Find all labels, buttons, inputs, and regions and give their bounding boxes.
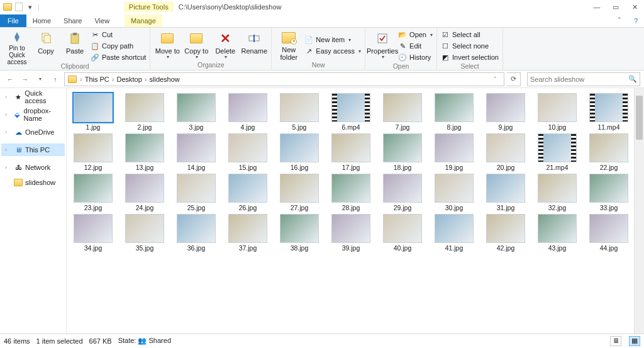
chevron-right-icon[interactable]: › — [145, 76, 147, 83]
view-tab[interactable]: View — [88, 14, 116, 27]
copy-to-button[interactable]: Copy to▾ — [183, 30, 209, 61]
file-item[interactable]: 35.jpg — [123, 214, 166, 252]
file-item[interactable]: 37.jpg — [226, 214, 269, 252]
history-button[interactable]: 🕘History — [398, 52, 433, 62]
nav-quick-access[interactable]: ›★Quick access — [1, 91, 65, 103]
file-item[interactable]: 8.jpg — [433, 93, 475, 131]
select-none-button[interactable]: ☐Select none — [441, 41, 499, 51]
file-item[interactable]: 36.jpg — [175, 214, 218, 252]
close-button[interactable]: ✕ — [625, 0, 644, 14]
file-item[interactable]: 22.jpg — [587, 133, 630, 171]
scrollbar-thumb[interactable] — [636, 96, 643, 140]
up-button[interactable]: ↑ — [49, 73, 62, 86]
file-item[interactable]: 38.jpg — [278, 214, 321, 252]
easy-access-button[interactable]: ↗Easy access▾ — [304, 46, 361, 56]
share-tab[interactable]: Share — [57, 14, 88, 27]
select-all-button[interactable]: ☑Select all — [441, 30, 499, 40]
file-item[interactable]: 42.jpg — [484, 214, 527, 252]
breadcrumb-this-pc[interactable]: This PC — [85, 76, 109, 83]
file-item[interactable]: 18.jpg — [381, 133, 424, 171]
ribbon-collapse-icon[interactable]: ˄ — [611, 14, 628, 27]
file-item[interactable]: 30.jpg — [433, 174, 475, 211]
file-item[interactable]: 6.mp4 — [330, 93, 372, 131]
file-item[interactable]: 39.jpg — [330, 214, 372, 252]
file-item[interactable]: 26.jpg — [226, 174, 269, 211]
properties-button[interactable]: Properties▾ — [369, 30, 396, 61]
file-item[interactable]: 10.jpg — [536, 93, 579, 131]
nav-network[interactable]: ›🖧Network — [1, 161, 65, 174]
file-item[interactable]: 34.jpg — [72, 214, 114, 252]
thumbnails-view-button[interactable]: ▦ — [629, 336, 640, 346]
file-item[interactable]: 27.jpg — [278, 174, 321, 211]
file-item[interactable]: 2.jpg — [123, 93, 166, 131]
file-item[interactable]: 4.jpg — [226, 93, 269, 131]
nav-slideshow[interactable]: slideshow — [1, 176, 65, 189]
file-item[interactable]: 33.jpg — [587, 174, 630, 211]
file-item[interactable]: 43.jpg — [536, 214, 579, 252]
file-item[interactable]: 31.jpg — [484, 174, 527, 211]
chevron-right-icon[interactable]: › — [112, 76, 114, 83]
search-input[interactable]: 🔍 — [527, 72, 640, 86]
help-icon[interactable]: ? — [628, 14, 644, 27]
paste-button[interactable]: Paste — [62, 30, 88, 61]
file-item[interactable]: 23.jpg — [72, 174, 114, 211]
maximize-button[interactable]: ▭ — [606, 0, 625, 14]
document-icon[interactable] — [15, 3, 23, 11]
details-view-button[interactable]: ≣ — [610, 336, 621, 346]
file-grid[interactable]: 1.jpg2.jpg3.jpg4.jpg5.jpg6.mp47.jpg8.jpg… — [67, 88, 634, 334]
file-item[interactable]: 41.jpg — [433, 214, 475, 252]
file-item[interactable]: 20.jpg — [484, 133, 527, 171]
file-item[interactable]: 32.jpg — [536, 174, 579, 211]
file-item[interactable]: 11.mp4 — [587, 93, 630, 131]
file-tab[interactable]: File — [0, 14, 26, 27]
file-item[interactable]: 40.jpg — [381, 214, 424, 252]
chevron-right-icon[interactable]: › — [80, 76, 82, 83]
file-item[interactable]: 25.jpg — [175, 174, 218, 211]
file-item[interactable]: 17.jpg — [330, 133, 372, 171]
file-item[interactable]: 13.jpg — [123, 133, 166, 171]
nav-this-pc[interactable]: ›🖥This PC — [1, 143, 65, 156]
refresh-button[interactable]: ⟳ — [507, 72, 521, 86]
file-item[interactable]: 12.jpg — [72, 133, 114, 171]
edit-button[interactable]: ✎Edit — [398, 41, 433, 51]
search-field[interactable] — [530, 76, 628, 83]
cut-button[interactable]: ✂Cut — [91, 30, 146, 40]
file-item[interactable]: 9.jpg — [484, 93, 527, 131]
breadcrumb-current[interactable]: slideshow — [150, 76, 180, 83]
file-item[interactable]: 28.jpg — [330, 174, 372, 211]
minimize-button[interactable]: — — [587, 0, 606, 14]
file-item[interactable]: 5.jpg — [278, 93, 321, 131]
qat-dropdown-icon[interactable]: ▾ — [25, 2, 35, 12]
file-item[interactable]: 44.jpg — [587, 214, 630, 252]
invert-selection-button[interactable]: ◩Invert selection — [441, 52, 499, 62]
move-to-button[interactable]: Move to▾ — [154, 30, 180, 61]
delete-button[interactable]: ✕Delete▾ — [212, 30, 238, 61]
manage-tab[interactable]: Manage — [125, 14, 162, 27]
open-button[interactable]: 📂Open▾ — [398, 30, 433, 40]
file-item[interactable]: 24.jpg — [123, 174, 166, 211]
copy-button[interactable]: Copy — [33, 30, 59, 61]
navigation-pane[interactable]: ›★Quick access ›⬙dropbox-Name ›☁OneDrive… — [0, 88, 67, 334]
file-item[interactable]: 21.mp4 — [536, 133, 579, 171]
nav-dropbox[interactable]: ›⬙dropbox-Name — [1, 108, 65, 121]
rename-button[interactable]: Rename — [241, 30, 267, 61]
vertical-scrollbar[interactable] — [634, 88, 644, 334]
forward-button[interactable]: → — [19, 73, 31, 86]
search-icon[interactable]: 🔍 — [628, 75, 637, 83]
pin-to-quick-access-button[interactable]: Pin to Quick access — [4, 30, 30, 61]
file-item[interactable]: 15.jpg — [226, 133, 269, 171]
file-item[interactable]: 14.jpg — [175, 133, 218, 171]
address-bar[interactable]: › This PC › Desktop › slideshow ˅ — [64, 72, 504, 86]
new-item-button[interactable]: 📄New item▾ — [304, 35, 361, 45]
file-item[interactable]: 29.jpg — [381, 174, 424, 211]
paste-shortcut-button[interactable]: 🔗Paste shortcut — [91, 52, 146, 62]
nav-onedrive[interactable]: ›☁OneDrive — [1, 126, 65, 138]
file-item[interactable]: 19.jpg — [433, 133, 475, 171]
copy-path-button[interactable]: 📋Copy path — [91, 41, 146, 51]
home-tab[interactable]: Home — [26, 14, 57, 27]
file-item[interactable]: 16.jpg — [278, 133, 321, 171]
breadcrumb-desktop[interactable]: Desktop — [116, 76, 142, 83]
back-button[interactable]: ← — [4, 73, 16, 86]
file-item[interactable]: 1.jpg — [72, 93, 114, 131]
new-folder-button[interactable]: ✦New folder — [275, 30, 302, 61]
